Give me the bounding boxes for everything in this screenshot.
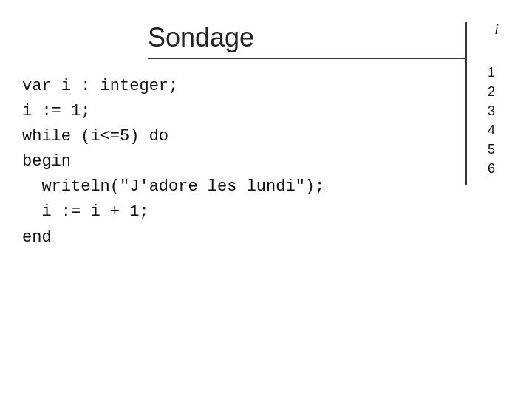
number-3: 3 <box>488 101 495 120</box>
horizontal-divider <box>148 58 466 59</box>
code-line-7: end <box>22 225 324 250</box>
number-2: 2 <box>488 82 495 101</box>
code-block: var i : integer; i := 1; while (i<=5) do… <box>22 74 324 250</box>
code-line-2: i := 1; <box>22 99 324 124</box>
number-4: 4 <box>488 120 495 140</box>
page: Sondage i 1 2 3 4 5 6 var i : integer; i… <box>0 0 532 399</box>
code-line-4: begin <box>22 149 324 174</box>
vertical-divider <box>466 22 467 185</box>
number-5: 5 <box>488 140 495 159</box>
page-title: Sondage <box>148 22 254 53</box>
number-1: 1 <box>488 63 495 82</box>
number-6: 6 <box>488 159 495 178</box>
code-line-5: writeln("J'adore les lundi"); <box>22 174 324 200</box>
code-line-6: i := i + 1; <box>22 200 324 225</box>
numbers-block: 1 2 3 4 5 6 <box>488 63 495 179</box>
code-line-1: var i : integer; <box>22 74 324 99</box>
code-line-3: while (i<=5) do <box>22 124 324 149</box>
variable-label: i <box>495 22 498 38</box>
